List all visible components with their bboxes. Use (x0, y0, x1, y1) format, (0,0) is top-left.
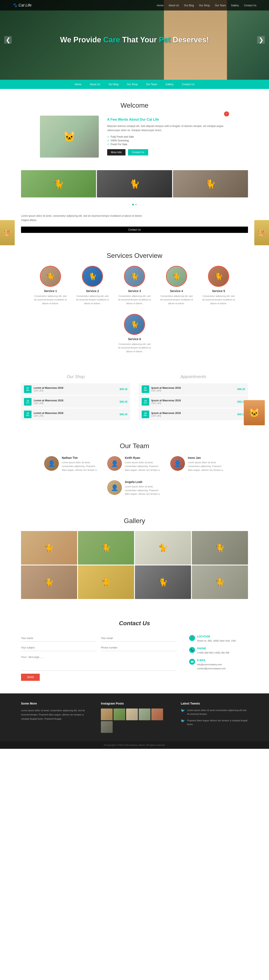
service-image-2: 🐈 (83, 266, 102, 286)
ig-item-2[interactable] (114, 708, 125, 720)
contact-location: 📍 LOCATION Street no. 000, 10001 New Yor… (189, 635, 248, 643)
ig-item-4[interactable] (139, 708, 151, 720)
gallery-item-6[interactable]: 🐈 (78, 565, 134, 599)
shop-row-meta: CAT LIFE (34, 390, 117, 392)
contact-subject-input[interactable] (21, 644, 97, 651)
contact-name-input[interactable] (21, 635, 97, 641)
hero-text-mid: That Your (120, 35, 159, 44)
footer-col-some-more: Some More Lorem ipsum dolor sit amet, co… (21, 702, 88, 733)
hero-next-button[interactable]: ❯ (257, 36, 265, 44)
nav-link-gallery[interactable]: Gallery (231, 4, 239, 7)
service-label-6: Service 6 (128, 337, 141, 341)
team-name-2: Keith Ryan (125, 456, 162, 460)
team-info-1: Nathan Tim Lorem ipsum dolor sit amet, c… (62, 456, 99, 472)
contact-inner: SEND 📍 LOCATION Street no. 000, 10001 Ne… (21, 635, 248, 681)
service-item-4: 🐈 Service 4 Consectetur adipiscing elit,… (160, 266, 193, 305)
nav-link-our-blog[interactable]: Our Blog (184, 4, 194, 7)
gallery-item-2[interactable]: 🐈 (78, 531, 134, 565)
gallery-item-3[interactable]: 🐈 (135, 531, 191, 565)
teal-nav-our-shop[interactable]: Our Shop (127, 83, 138, 86)
service-item-1: 🐈 Service 1 Consectetur adipiscing elit,… (34, 266, 67, 305)
shop-row-title: Lorem at Maecenas 2018 (34, 399, 117, 402)
service-desc-6: Consectetur adipiscing elit, sed do eius… (118, 342, 151, 353)
team-bio-2: Lorem ipsum dolor sit amet, consectetur … (125, 461, 162, 472)
teal-nav-our-blog[interactable]: Our Blog (109, 83, 118, 86)
cat-photo-3: 🐈 (173, 170, 248, 197)
contact-phone-input[interactable] (101, 644, 176, 651)
contact-us-button[interactable]: Contact Us (128, 149, 148, 156)
contact-phone: 📞 PHONE (+000) 000 000 (+000) 200 300 (189, 647, 248, 655)
contact-email-input[interactable] (101, 635, 176, 641)
nav-link-home[interactable]: Home (157, 4, 163, 7)
teal-nav-contact-us[interactable]: Contact Us (182, 83, 194, 86)
email-icon: ✉️ (189, 659, 195, 665)
service-label-1: Service 1 (44, 290, 57, 293)
team-bio-3: Lorem ipsum dolor sit amet, consectetur … (188, 461, 225, 472)
team-avatar-3: 👤 (170, 456, 185, 471)
gallery-image-1: 🐈 (21, 531, 77, 565)
welcome-subtitle: A Few Words About Our Cat Life (107, 118, 159, 121)
month-label: DEC (26, 415, 30, 417)
photo-dots (0, 202, 269, 207)
brand-logo[interactable]: 🐾 Cat Life (13, 3, 32, 8)
service-desc-3: Consectetur adipiscing elit, sed do eius… (118, 294, 151, 305)
hero-accent1: Care (103, 35, 120, 44)
cat-photo-1: 🐈 (21, 170, 96, 197)
photo-item-1: 🐈 (21, 170, 96, 197)
footer-col3-title: Latest Tweets (181, 702, 248, 705)
shop-row-title: Lorem at Maecenas 2018 (34, 412, 117, 415)
shop-row-1: 07 SEP Ipsum at Maecenas 2018 CAT LIFE $… (139, 383, 248, 395)
welcome-image-inner: 🐱 (40, 116, 99, 158)
contact-form: SEND (21, 635, 176, 681)
shop-title: Our Shop (21, 374, 130, 379)
service-circle-5: 🐈 (208, 266, 229, 287)
gallery-item-5[interactable]: 🐈 (21, 565, 77, 599)
shop-row-title: Ipsum at Maecenas 2018 (151, 387, 235, 390)
email-value: info@yourcompany.com contact@yourcompany… (197, 663, 248, 670)
dot-2[interactable] (135, 204, 137, 205)
contact-submit-button[interactable]: SEND (21, 674, 40, 681)
day-number: 23 (144, 412, 146, 415)
welcome-subtitle-before: A Few Words About Our (107, 118, 147, 121)
checklist-item: 100% Grooming (107, 139, 229, 142)
nav-link-our-team[interactable]: Our Team (215, 4, 226, 7)
service-image-5: 🐈 (209, 266, 229, 286)
ig-item-6[interactable] (101, 721, 113, 733)
twitter-icon: 🐦 (181, 719, 185, 723)
avatar-image-4: 👤 (107, 480, 122, 495)
teal-nav-home[interactable]: Home (75, 83, 81, 86)
service-label-4: Service 4 (170, 290, 183, 293)
team-info-2: Keith Ryan Lorem ipsum dolor sit amet, c… (125, 456, 162, 472)
paw-icon: 🐾 (13, 3, 17, 8)
service-image-4: 🐈 (167, 266, 186, 286)
hero-prev-button[interactable]: ❮ (4, 36, 12, 44)
day-number: 23 (26, 412, 29, 415)
day-badge: 23 DEC (24, 410, 32, 418)
nav-link-about-us[interactable]: About Us (168, 4, 179, 7)
gallery-item-1[interactable]: 🐈 (21, 531, 77, 565)
nav-link-our-shop[interactable]: Our Shop (199, 4, 210, 7)
shop-row-meta: CAT LIFE (151, 415, 235, 417)
footer: Some More Lorem ipsum dolor sit amet, co… (0, 694, 269, 741)
tweet-text: Lorem ipsum dolor sit amet consectetur a… (187, 708, 248, 716)
gallery-image-2: 🐈 (78, 531, 134, 565)
ig-item-5[interactable] (151, 708, 163, 720)
gallery-item-4[interactable]: 🐈 (192, 531, 248, 565)
teal-nav-our-team[interactable]: Our Team (146, 83, 157, 86)
nav-link-contact-us[interactable]: Contact Us (244, 4, 256, 7)
teal-nav-about-us[interactable]: About Us (90, 83, 100, 86)
shop-row-title: Ipsum at Maecenas 2018 (151, 412, 235, 415)
gallery-item-7[interactable]: 🐈 (135, 565, 191, 599)
ig-item-1[interactable] (101, 708, 113, 720)
teal-nav-gallery[interactable]: Gallery (166, 83, 174, 86)
promo-contact-button[interactable]: Contact Us (21, 227, 248, 233)
dot-1[interactable] (132, 204, 134, 205)
ig-item-3[interactable] (126, 708, 138, 720)
contact-message-input[interactable] (21, 654, 176, 671)
services-section: Services Overview 🐈 Service 1 Consectetu… (0, 239, 269, 366)
gallery-item-8[interactable]: 🐈 (192, 565, 248, 599)
team-name-3: Irene Jan (188, 456, 225, 460)
contact-title: Contact Us (21, 620, 248, 627)
more-info-button[interactable]: More Info (107, 149, 125, 156)
promo-section: 🧺 🧺 Lorem ipsum dolor sit amet, consecte… (0, 207, 269, 239)
